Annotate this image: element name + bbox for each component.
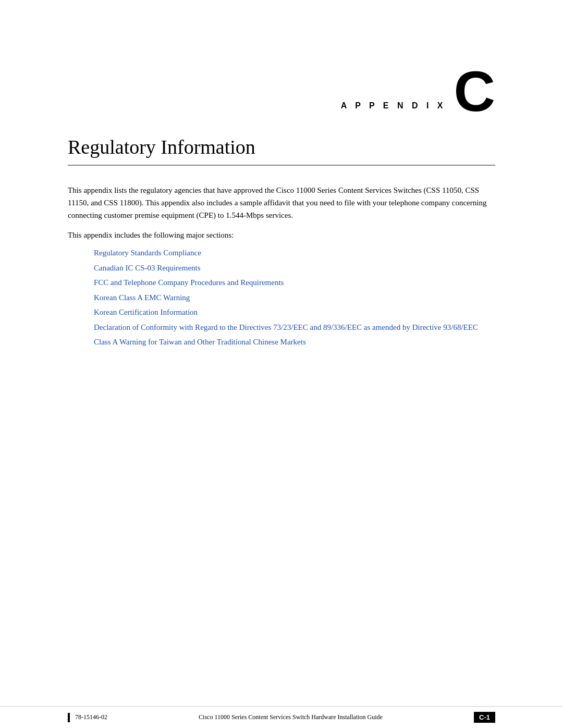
footer-doc-number: 78-15146-02 <box>75 713 107 721</box>
content-area: A P P E N D I X C Regulatory Information… <box>0 0 563 393</box>
link-item-6[interactable]: Class A Warning for Taiwan and Other Tra… <box>94 338 306 346</box>
footer-center-text: Cisco 11000 Series Content Services Swit… <box>107 713 474 721</box>
footer-page-number: C-1 <box>474 712 495 723</box>
footer-bar-icon <box>68 713 70 722</box>
list-item: Korean Class A EMC Warning <box>94 292 495 304</box>
appendix-header: A P P E N D I X C <box>68 63 495 120</box>
footer-left: 78-15146-02 <box>68 713 107 722</box>
link-item-3[interactable]: Korean Class A EMC Warning <box>94 293 190 302</box>
intro-paragraph: This appendix lists the regulatory agenc… <box>68 184 495 221</box>
title-divider <box>68 165 495 166</box>
sections-intro: This appendix includes the following maj… <box>68 231 495 240</box>
link-item-0[interactable]: Regulatory Standards Compliance <box>94 249 201 257</box>
list-item: FCC and Telephone Company Procedures and… <box>94 277 495 289</box>
links-list: Regulatory Standards ComplianceCanadian … <box>94 247 495 348</box>
link-item-1[interactable]: Canadian IC CS-03 Requirements <box>94 264 201 272</box>
list-item: Class A Warning for Taiwan and Other Tra… <box>94 336 495 348</box>
page: A P P E N D I X C Regulatory Information… <box>0 0 563 728</box>
list-item: Canadian IC CS-03 Requirements <box>94 262 495 274</box>
page-title: Regulatory Information <box>68 135 495 158</box>
list-item: Regulatory Standards Compliance <box>94 247 495 259</box>
link-item-2[interactable]: FCC and Telephone Company Procedures and… <box>94 278 284 287</box>
list-item: Korean Certification Information <box>94 306 495 318</box>
link-item-5[interactable]: Declaration of Conformity with Regard to… <box>94 323 478 331</box>
footer: 78-15146-02 Cisco 11000 Series Content S… <box>0 706 563 728</box>
appendix-label: A P P E N D I X <box>341 101 446 110</box>
link-item-4[interactable]: Korean Certification Information <box>94 308 198 316</box>
list-item: Declaration of Conformity with Regard to… <box>94 322 495 334</box>
appendix-letter: C <box>454 63 495 120</box>
